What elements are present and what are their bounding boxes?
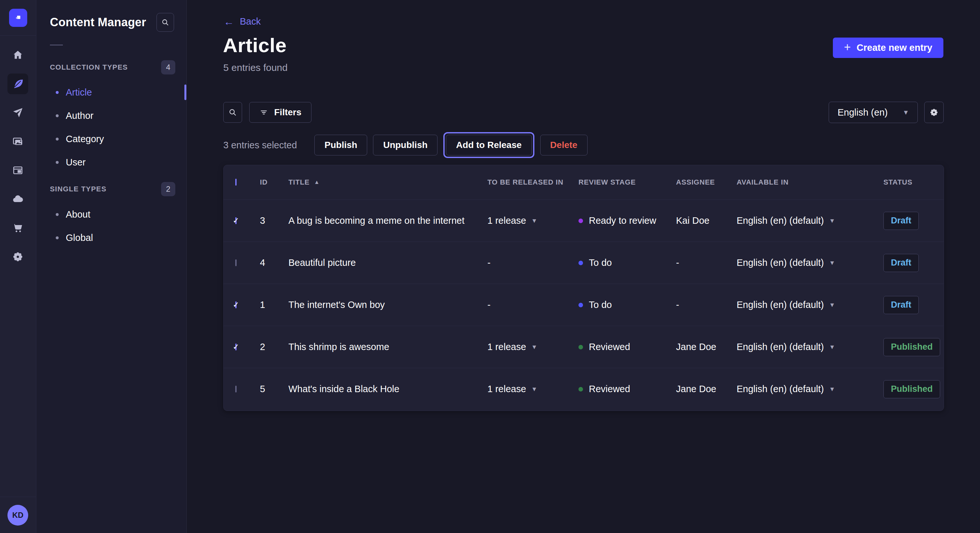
nav-footer: KD — [0, 497, 36, 533]
row-checkbox[interactable] — [235, 259, 237, 266]
table-row[interactable]: 3 A bug is becoming a meme on the intern… — [224, 200, 944, 241]
active-item-indicator — [185, 84, 186, 100]
bullet-icon — [56, 114, 59, 117]
filters-label: Filters — [274, 107, 301, 117]
stage-dot — [579, 219, 583, 223]
nav-marketplace[interactable] — [8, 217, 28, 238]
sidebar-item-label: User — [66, 157, 86, 168]
sidebar-title: Content Manager — [50, 16, 146, 29]
cell-available-in[interactable]: English (en) (default) ▼ — [737, 257, 883, 268]
back-link[interactable]: ← Back — [224, 16, 261, 27]
list-toolbar: Filters English (en) ▼ — [223, 102, 944, 123]
locale-select[interactable]: English (en) ▼ — [829, 102, 918, 123]
chevron-down-icon: ▼ — [829, 301, 835, 309]
back-arrow-icon: ← — [224, 16, 234, 27]
cell-title: This shrimp is awesome — [288, 342, 487, 352]
sidebar-item-label: Author — [66, 110, 93, 121]
view-settings-button[interactable] — [924, 102, 944, 123]
status-badge: Published — [883, 338, 940, 356]
sort-asc-icon: ▲ — [314, 179, 320, 186]
cell-status: Draft — [883, 254, 932, 272]
cell-release[interactable]: 1 release ▼ — [487, 384, 579, 394]
cell-review-stage: Reviewed — [579, 384, 676, 394]
cell-available-in[interactable]: English (en) (default) ▼ — [737, 342, 883, 352]
status-badge: Draft — [883, 212, 919, 230]
logo-wrap — [0, 0, 36, 36]
single-types-label: SINGLE TYPES — [50, 185, 107, 194]
sidebar-item-about[interactable]: About — [56, 203, 180, 226]
create-new-entry-label: Create new entry — [856, 43, 932, 53]
cell-assignee: - — [676, 300, 737, 310]
column-header-title[interactable]: TITLE ▲ — [288, 178, 487, 187]
table-row[interactable]: 1 The internet's Own boy - ▼ To do - Eng… — [224, 284, 944, 326]
collection-types-label: COLLECTION TYPES — [50, 63, 128, 71]
row-checkbox[interactable] — [235, 385, 237, 392]
cell-review-stage: To do — [579, 257, 676, 268]
nav-releases[interactable] — [8, 102, 28, 123]
back-label: Back — [240, 16, 261, 27]
sidebar-item-category[interactable]: Category — [56, 127, 180, 151]
chevron-down-icon: ▼ — [531, 217, 537, 224]
publish-button[interactable]: Publish — [314, 135, 367, 155]
nav-content-manager[interactable] — [8, 73, 28, 94]
cell-release[interactable]: 1 release ▼ — [487, 215, 579, 226]
nav-deployments[interactable] — [8, 189, 28, 209]
cart-icon — [12, 222, 24, 234]
row-checkbox[interactable] — [235, 301, 237, 308]
unpublish-button[interactable]: Unpublish — [373, 135, 438, 155]
user-avatar[interactable]: KD — [8, 505, 28, 525]
cell-release: - ▼ — [487, 257, 579, 268]
sidebar-item-author[interactable]: Author — [56, 104, 180, 127]
locale-value: English (en) — [837, 107, 888, 118]
cell-available-in[interactable]: English (en) (default) ▼ — [737, 384, 883, 394]
strapi-logo-glyph — [13, 13, 23, 23]
column-header-release: TO BE RELEASED IN — [487, 178, 579, 187]
cell-status: Draft — [883, 296, 932, 314]
entries-count: 5 entries found — [223, 62, 288, 73]
sidebar-search-button[interactable] — [156, 13, 174, 32]
sidebar-item-global[interactable]: Global — [56, 226, 180, 249]
sidebar-item-user[interactable]: User — [56, 151, 180, 174]
cell-id: 5 — [260, 384, 288, 394]
table-search-button[interactable] — [223, 102, 242, 123]
sidebar-item-label: Global — [66, 233, 93, 243]
cell-status: Draft — [883, 212, 932, 230]
create-new-entry-button[interactable]: + Create new entry — [833, 38, 943, 58]
cell-title: What's inside a Black Hole — [288, 384, 487, 394]
column-header-status: STATUS — [883, 178, 932, 187]
cell-status: Published — [883, 338, 940, 356]
search-icon — [161, 18, 170, 27]
content-manager-sidebar: Content Manager COLLECTION TYPES 4 Artic… — [36, 0, 187, 533]
stage-dot — [579, 387, 583, 392]
nav-home[interactable] — [8, 45, 28, 65]
select-all-checkbox[interactable] — [235, 179, 237, 186]
cell-available-in[interactable]: English (en) (default) ▼ — [737, 215, 883, 226]
add-to-release-button[interactable]: Add to Release — [446, 135, 531, 155]
strapi-logo-icon[interactable] — [9, 9, 27, 27]
table-row[interactable]: 2 This shrimp is awesome 1 release ▼ Rev… — [224, 326, 944, 368]
filters-button[interactable]: Filters — [249, 102, 312, 123]
table-row[interactable]: 4 Beautiful picture - ▼ To do - English … — [224, 241, 944, 284]
cell-assignee: - — [676, 257, 737, 268]
single-types-count: 2 — [161, 182, 175, 196]
nav-settings[interactable] — [8, 246, 28, 267]
home-icon — [12, 49, 24, 61]
column-header-id: ID — [260, 178, 288, 187]
row-checkbox[interactable] — [235, 344, 237, 351]
cell-id: 3 — [260, 215, 288, 226]
sidebar-item-article[interactable]: Article — [56, 81, 180, 104]
table-row[interactable]: 5 What's inside a Black Hole 1 release ▼… — [224, 368, 944, 410]
column-header-assignee: ASSIGNEE — [676, 178, 737, 187]
row-checkbox[interactable] — [235, 217, 237, 224]
stage-dot — [579, 345, 583, 349]
column-header-available: AVAILABLE IN — [737, 178, 883, 187]
cell-release[interactable]: 1 release ▼ — [487, 342, 579, 352]
delete-button[interactable]: Delete — [540, 135, 587, 155]
status-badge: Draft — [883, 296, 919, 314]
add-to-release-focus-ring: Add to Release — [443, 132, 534, 158]
cell-available-in[interactable]: English (en) (default) ▼ — [737, 300, 883, 310]
chevron-down-icon: ▼ — [531, 385, 537, 393]
bullet-icon — [56, 91, 59, 94]
nav-media-library[interactable] — [8, 131, 28, 152]
nav-content-type-builder[interactable] — [8, 160, 28, 181]
